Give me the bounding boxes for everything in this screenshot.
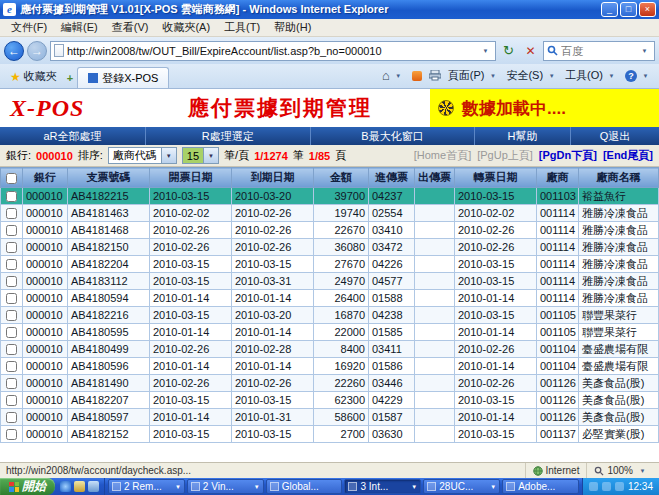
table-row[interactable]: 000010 AB4181468 2010-02-26 2010-02-26 2… [1, 222, 659, 239]
cell-vendor-name: 必堅實業(股) [579, 426, 659, 443]
quick-launch-desktop-icon[interactable] [74, 481, 85, 492]
search-box[interactable]: ▼ [543, 41, 655, 61]
zoom-control[interactable]: 100% ▼ [586, 463, 656, 478]
cell-out-voucher [415, 307, 455, 324]
cell-vendor-name: 雅勝冷凍食品 [579, 273, 659, 290]
menu-item-file[interactable]: 文件(F) [4, 19, 54, 36]
address-input[interactable] [67, 45, 476, 57]
feeds-button[interactable] [409, 69, 425, 83]
row-checkbox[interactable] [6, 293, 17, 304]
nav-item-maximize-window[interactable]: B最大化窗口 [310, 127, 475, 145]
link-page-down[interactable]: [PgDn下頁] [539, 148, 597, 163]
row-checkbox[interactable] [6, 429, 17, 440]
row-checkbox[interactable] [6, 191, 17, 202]
row-checkbox[interactable] [6, 378, 17, 389]
tools-menu-button[interactable]: 工具(O) ▼ [562, 66, 621, 85]
table-row[interactable]: 000010 AB4180594 2010-01-14 2010-01-14 2… [1, 290, 659, 307]
task-button-remote[interactable]: 2 Rem... ▼ [108, 479, 185, 494]
page-size-select[interactable]: 15 ▼ [182, 147, 219, 164]
table-row[interactable]: 000010 AB4182216 2010-03-15 2010-03-20 1… [1, 307, 659, 324]
table-row[interactable]: 000010 AB4181463 2010-02-02 2010-02-26 1… [1, 205, 659, 222]
task-button-internet[interactable]: 3 Int... ▼ [344, 479, 421, 494]
tray-security-icon[interactable] [615, 482, 624, 491]
sort-select[interactable]: 廠商代碼 ▼ [108, 147, 177, 164]
cell-vendor-code: 001126 [537, 392, 579, 409]
close-button[interactable]: × [639, 2, 656, 17]
select-all-checkbox[interactable] [6, 173, 17, 184]
row-checkbox[interactable] [6, 208, 17, 219]
cell-transfer-date: 2010-02-02 [455, 205, 537, 222]
tab-login-xpos[interactable]: 登錄X-POS [77, 67, 169, 88]
help-button[interactable]: ? ▼ [622, 68, 655, 84]
menu-item-edit[interactable]: 編輯(E) [54, 19, 105, 36]
row-checkbox[interactable] [6, 344, 17, 355]
clock[interactable]: 12:34 [628, 481, 653, 492]
cell-bank: 000010 [23, 392, 68, 409]
tray-network-icon[interactable] [602, 482, 611, 491]
task-button-win[interactable]: 2 Vin... ▼ [187, 479, 264, 494]
table-row[interactable]: 000010 AB4182152 2010-03-15 2010-03-15 2… [1, 426, 659, 443]
home-button[interactable]: ⌂ ▼ [379, 69, 408, 83]
table-row[interactable]: 000010 AB4182207 2010-03-15 2010-03-15 6… [1, 392, 659, 409]
cell-in-voucher: 04238 [369, 307, 415, 324]
task-button-global[interactable]: Global... [266, 479, 343, 494]
table-row[interactable]: 000010 AB4182215 2010-03-15 2010-03-20 3… [1, 188, 659, 205]
menu-item-help[interactable]: 帮助(H) [267, 19, 318, 36]
nav-item-process-all[interactable]: aR全部處理 [0, 127, 145, 145]
link-page-up[interactable]: [PgUp上頁] [477, 148, 533, 163]
forward-button[interactable]: → [27, 41, 47, 61]
table-row[interactable]: 000010 AB4180596 2010-01-14 2010-01-14 1… [1, 358, 659, 375]
maximize-button[interactable]: □ [620, 2, 637, 17]
row-checkbox[interactable] [6, 395, 17, 406]
cell-cheque-no: AB4180499 [68, 341, 150, 358]
row-checkbox[interactable] [6, 259, 17, 270]
tray-volume-icon[interactable] [589, 482, 598, 491]
loading-banner: 數據加載中.... [430, 89, 659, 127]
cell-due-date: 2010-03-15 [232, 392, 314, 409]
row-checkbox[interactable] [6, 361, 17, 372]
minimize-button[interactable]: _ [601, 2, 618, 17]
address-dropdown-icon[interactable]: ▼ [479, 48, 492, 54]
quick-launch-folder-icon[interactable] [88, 481, 99, 492]
safety-menu-dropdown-icon: ▼ [545, 73, 558, 79]
search-input[interactable] [561, 45, 635, 57]
link-end-page[interactable]: [End尾頁] [603, 148, 653, 163]
link-home-page[interactable]: [Home首頁] [414, 148, 471, 163]
safety-menu-button[interactable]: 安全(S) ▼ [503, 66, 561, 85]
cell-transfer-date: 2010-02-26 [455, 375, 537, 392]
table-row[interactable]: 000010 AB4180597 2010-01-14 2010-01-31 5… [1, 409, 659, 426]
row-checkbox[interactable] [6, 276, 17, 287]
search-dropdown-icon[interactable]: ▼ [638, 48, 651, 54]
row-checkbox[interactable] [6, 310, 17, 321]
table-row[interactable]: 000010 AB4180499 2010-02-26 2010-02-28 8… [1, 341, 659, 358]
quick-launch-ie-icon[interactable] [60, 481, 71, 492]
table-row[interactable]: 000010 AB4183112 2010-03-15 2010-03-31 2… [1, 273, 659, 290]
menu-item-view[interactable]: 查看(V) [105, 19, 156, 36]
nav-item-help[interactable]: H幫助 [474, 127, 569, 145]
add-favorite-icon[interactable]: + [67, 72, 73, 84]
print-button[interactable] [426, 68, 444, 83]
back-button[interactable]: ← [4, 41, 24, 61]
row-checkbox[interactable] [6, 242, 17, 253]
address-bar[interactable]: ▼ [50, 41, 496, 61]
nav-item-quit[interactable]: Q退出 [570, 127, 659, 145]
task-button-uc[interactable]: 28UC... ▼ [423, 479, 500, 494]
refresh-icon[interactable]: ↻ [499, 41, 518, 60]
favorites-button[interactable]: ★ 收藏夾 [4, 66, 63, 87]
page-menu-button[interactable]: 頁面(P) ▼ [445, 66, 503, 85]
col-header-bank: 銀行 [23, 168, 68, 188]
task-button-label: Global... [282, 481, 319, 492]
menu-item-tools[interactable]: 工具(T) [217, 19, 267, 36]
table-row[interactable]: 000010 AB4182150 2010-02-26 2010-02-26 3… [1, 239, 659, 256]
table-row[interactable]: 000010 AB4181490 2010-02-26 2010-02-26 2… [1, 375, 659, 392]
stop-icon[interactable]: ✕ [521, 41, 540, 60]
table-row[interactable]: 000010 AB4182204 2010-03-15 2010-03-15 2… [1, 256, 659, 273]
row-checkbox[interactable] [6, 327, 17, 338]
row-checkbox[interactable] [6, 225, 17, 236]
menu-item-favorites[interactable]: 收藏夾(A) [155, 19, 217, 36]
row-checkbox[interactable] [6, 412, 17, 423]
start-button[interactable]: 開始 [0, 478, 55, 495]
task-button-adobe[interactable]: Adobe... [502, 479, 579, 494]
nav-item-process-selected[interactable]: R處理選定 [145, 127, 310, 145]
table-row[interactable]: 000010 AB4180595 2010-01-14 2010-01-14 2… [1, 324, 659, 341]
